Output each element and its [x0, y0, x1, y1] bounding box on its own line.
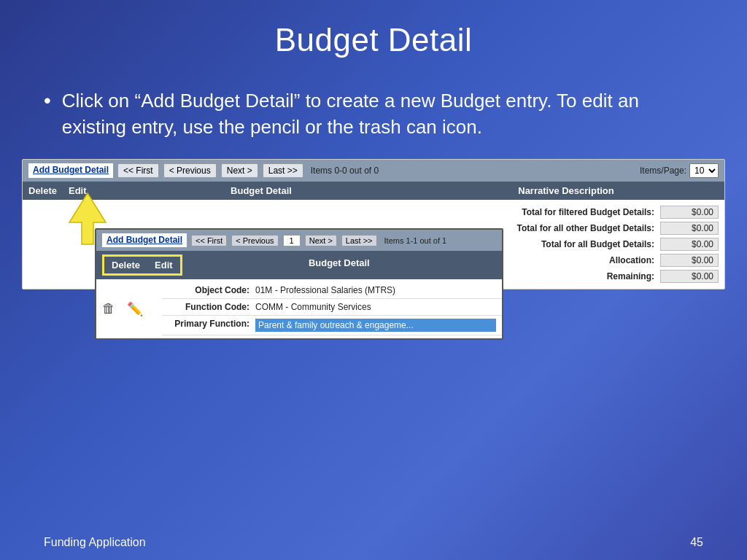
previous-button-bottom[interactable]: < Previous — [231, 235, 278, 246]
bottom-table-header: Delete Edit Budget Detail — [96, 251, 502, 279]
arrow-overlay — [66, 190, 109, 251]
edit-header-btn[interactable]: Edit — [147, 257, 180, 273]
first-button-bottom[interactable]: << First — [191, 235, 227, 246]
object-code-value: 01M - Professional Salaries (MTRS) — [255, 285, 496, 295]
total-filtered-value: $0.00 — [660, 206, 719, 219]
trash-icon[interactable]: 🗑 — [102, 301, 115, 316]
header-narrative-top: Narrative Description — [414, 185, 719, 196]
bullet-section: • Click on “Add Budget Detail” to create… — [0, 73, 747, 152]
items-count-top: Items 0-0 out of 0 — [311, 166, 379, 176]
data-fields: Object Code: 01M - Professional Salaries… — [162, 282, 502, 335]
bullet-dot: • — [44, 88, 51, 114]
top-table-header: Delete Edit Budget Detail Narrative Desc… — [23, 182, 724, 200]
object-code-label: Object Code: — [168, 285, 255, 295]
items-per-page-select[interactable]: 10 25 50 — [689, 163, 719, 178]
app-name: Funding Application — [44, 536, 146, 549]
last-button-top[interactable]: Last >> — [263, 163, 303, 178]
slide-title: Budget Detail — [0, 0, 747, 73]
items-per-page-top: Items/Page: 10 25 50 — [640, 163, 719, 178]
first-button-top[interactable]: << First — [117, 163, 159, 178]
last-button-bottom[interactable]: Last >> — [341, 235, 377, 246]
arrow-icon — [66, 190, 109, 248]
svg-marker-0 — [69, 193, 106, 244]
bottom-screenshot: Add Budget Detail << First < Previous 1 … — [95, 228, 503, 341]
function-code-row: Function Code: COMM - Community Services — [162, 299, 502, 316]
delete-header-btn[interactable]: Delete — [104, 257, 147, 273]
items-per-page-label: Items/Page: — [640, 166, 686, 176]
total-all-value: $0.00 — [660, 238, 719, 251]
bottom-toolbar-row: Add Budget Detail << First < Previous 1 … — [96, 230, 502, 252]
next-button-bottom[interactable]: Next > — [305, 235, 337, 246]
top-toolbar-row: Add Budget Detail << First < Previous Ne… — [23, 160, 724, 182]
add-budget-detail-link-bottom[interactable]: Add Budget Detail — [102, 233, 187, 248]
page-number: 45 — [690, 536, 703, 549]
screenshots-container: Add Budget Detail << First < Previous Ne… — [22, 159, 725, 289]
primary-function-value: Parent & family outreach & engageme... — [255, 319, 496, 332]
bullet-item: • Click on “Add Budget Detail” to create… — [44, 88, 703, 141]
remaining-value: $0.00 — [660, 270, 719, 283]
header-delete-top: Delete — [28, 185, 69, 196]
next-button-top[interactable]: Next > — [221, 163, 258, 178]
total-other-value: $0.00 — [660, 222, 719, 235]
bullet-text: Click on “Add Budget Detail” to create a… — [62, 88, 703, 141]
data-row-main: 🗑 ✏️ Object Code: 01M - Professional Sal… — [96, 282, 502, 335]
header-budget-detail-bottom: Budget Detail — [182, 254, 496, 276]
data-section: 🗑 ✏️ Object Code: 01M - Professional Sal… — [96, 279, 502, 338]
page-footer: Funding Application 45 — [0, 536, 747, 549]
pencil-icon[interactable]: ✏️ — [127, 301, 143, 317]
primary-function-row: Primary Function: Parent & family outrea… — [162, 316, 502, 335]
primary-function-label: Primary Function: — [168, 319, 255, 329]
header-budget-detail-top: Budget Detail — [109, 185, 414, 196]
total-filtered-label: Total for filtered Budget Details: — [471, 207, 660, 217]
page-number-badge: 1 — [283, 235, 301, 246]
allocation-value: $0.00 — [660, 254, 719, 267]
items-count-bottom: Items 1-1 out of 1 — [384, 236, 447, 245]
previous-button-top[interactable]: < Previous — [163, 163, 217, 178]
total-row-1: Total for filtered Budget Details: $0.00 — [23, 204, 724, 220]
add-budget-detail-link-top[interactable]: Add Budget Detail — [28, 163, 113, 178]
action-icons: 🗑 ✏️ — [96, 282, 162, 335]
object-code-row: Object Code: 01M - Professional Salaries… — [162, 282, 502, 299]
function-code-label: Function Code: — [168, 302, 255, 312]
delete-edit-highlight: Delete Edit — [102, 254, 182, 276]
function-code-value: COMM - Community Services — [255, 302, 496, 312]
